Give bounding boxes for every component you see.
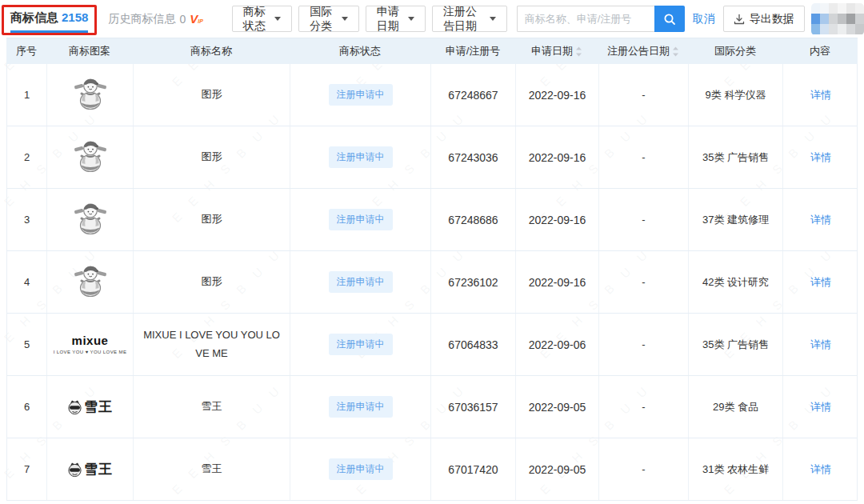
detail-link[interactable]: 详情 xyxy=(810,213,831,227)
table-row: 1 图形 注册申请中 67248667 2022-09-16 - 9类 科学仪器… xyxy=(6,64,858,126)
publication-date: - xyxy=(642,214,645,226)
trademark-table: 序号 商标图案 商标名称 商标状态 申请/注册号 申请日期 注册公告日期 国际分… xyxy=(6,38,858,501)
trademark-logo-cell: mixueI LOVE YOU ♥ YOU LOVE ME xyxy=(47,314,134,375)
trademark-name-cell: 图形 xyxy=(134,189,290,250)
row-index: 7 xyxy=(24,463,30,475)
header-publication-date[interactable]: 注册公告日期 xyxy=(598,38,688,64)
vip-icon: VIP xyxy=(190,13,203,25)
reg-number-cell: 67064833 xyxy=(431,314,516,375)
publication-date-cell: - xyxy=(599,438,689,500)
intl-class-cell: 35类 广告销售 xyxy=(689,314,783,375)
filter-label: 国际分类 xyxy=(310,5,334,34)
intl-class-cell: 35类 广告销售 xyxy=(689,126,783,188)
trademark-count: 2158 xyxy=(62,10,88,24)
mixue-logo: mixueI LOVE YOU ♥ YOU LOVE ME xyxy=(54,334,127,355)
detail-cell: 详情 xyxy=(783,64,858,126)
row-index: 1 xyxy=(24,89,30,101)
export-data-button[interactable]: 导出数据 xyxy=(723,6,805,32)
sort-icon[interactable] xyxy=(672,46,679,57)
tab-trademark-info[interactable]: 商标信息2158 xyxy=(10,10,88,33)
filter-intl-class[interactable]: 国际分类 xyxy=(298,6,358,32)
chevron-down-icon xyxy=(408,17,414,21)
intl-class-cell: 9类 科学仪器 xyxy=(689,64,783,126)
intl-class: 35类 广告销售 xyxy=(702,150,769,165)
application-date-cell: 2022-09-05 xyxy=(516,376,599,438)
trademark-name-cell: 图形 xyxy=(134,64,290,126)
detail-link[interactable]: 详情 xyxy=(810,400,831,414)
application-date: 2022-09-06 xyxy=(529,338,586,351)
trademark-logo xyxy=(74,263,107,301)
chevron-down-icon xyxy=(342,17,348,21)
header-content: 内容 xyxy=(782,38,858,64)
search-icon xyxy=(663,13,676,26)
table-row: 7 雪王 雪王 注册申请中 67017420 2022-09-05 - 31类 … xyxy=(6,438,858,501)
history-count: 0 xyxy=(179,13,186,26)
publication-date-cell: - xyxy=(599,64,689,126)
reg-number: 67017420 xyxy=(448,463,498,476)
tab-history-trademark-info[interactable]: 历史商标信息 0 VIP xyxy=(108,12,202,26)
user-account-redacted[interactable] xyxy=(811,3,864,35)
trademark-logo xyxy=(74,76,107,114)
application-date: 2022-09-05 xyxy=(529,463,586,476)
detail-link[interactable]: 详情 xyxy=(810,150,831,165)
application-date-cell: 2022-09-06 xyxy=(516,314,599,375)
intl-class: 31类 农林生鲜 xyxy=(702,462,769,477)
trademark-name: 图形 xyxy=(202,273,222,290)
intl-class: 9类 科学仪器 xyxy=(706,88,766,102)
status-badge: 注册申请中 xyxy=(329,458,393,480)
trademark-logo-cell: 雪王 xyxy=(47,438,134,500)
intl-class-cell: 42类 设计研究 xyxy=(689,251,783,313)
chevron-down-icon xyxy=(490,17,496,21)
intl-class-cell: 31类 农林生鲜 xyxy=(689,438,783,500)
trademark-name-cell: 图形 xyxy=(134,126,290,188)
header-status: 商标状态 xyxy=(290,38,430,64)
reg-number-cell: 67036157 xyxy=(431,376,516,438)
filter-label: 注册公告日期 xyxy=(443,5,482,34)
status-badge: 注册申请中 xyxy=(329,396,393,418)
annotation-highlight-box: 商标信息2158 xyxy=(2,5,97,35)
snow-king-head-icon xyxy=(67,462,82,478)
detail-link[interactable]: 详情 xyxy=(810,88,831,102)
filter-application-date[interactable]: 申请日期 xyxy=(366,6,426,32)
filter-label: 商标状态 xyxy=(243,5,267,34)
detail-link[interactable]: 详情 xyxy=(810,275,831,290)
trademark-logo-cell xyxy=(47,189,134,250)
export-label: 导出数据 xyxy=(750,12,794,26)
search-input[interactable] xyxy=(517,6,654,32)
row-index: 6 xyxy=(24,401,30,413)
filter-trademark-status[interactable]: 商标状态 xyxy=(232,6,292,32)
trademark-name-cell: MIXUE I LOVE YOU YOU LOVE ME xyxy=(134,314,290,375)
trademark-name: 图形 xyxy=(202,148,222,166)
snow-king-logo: 雪王 xyxy=(67,460,113,478)
trademark-name: 雪王 xyxy=(202,460,222,478)
reg-number-cell: 67248667 xyxy=(431,64,516,126)
status-badge: 注册申请中 xyxy=(329,334,393,355)
trademark-status-cell: 注册申请中 xyxy=(290,314,431,375)
reg-number: 67036157 xyxy=(448,401,498,414)
detail-cell: 详情 xyxy=(783,251,858,313)
row-index: 2 xyxy=(24,151,30,163)
reg-number-cell: 67248686 xyxy=(431,189,516,250)
trademark-name: 图形 xyxy=(202,210,222,228)
detail-cell: 详情 xyxy=(783,126,858,188)
publication-date: - xyxy=(642,89,645,101)
snowman-logo xyxy=(74,263,107,298)
detail-link[interactable]: 详情 xyxy=(810,462,831,477)
trademark-status-cell: 注册申请中 xyxy=(290,376,431,438)
sort-icon[interactable] xyxy=(575,46,582,57)
toolbar: 商标信息2158 历史商标信息 0 VIP 商标状态 国际分类 申请日期 注册公… xyxy=(0,0,864,38)
cancel-link[interactable]: 取消 xyxy=(693,12,715,26)
trademark-logo-cell xyxy=(47,126,134,188)
detail-link[interactable]: 详情 xyxy=(810,338,831,352)
detail-cell: 详情 xyxy=(783,438,858,500)
trademark-status-cell: 注册申请中 xyxy=(290,64,431,126)
search-button[interactable] xyxy=(654,6,685,32)
header-application-date[interactable]: 申请日期 xyxy=(515,38,598,64)
publication-date-cell: - xyxy=(599,251,689,313)
application-date: 2022-09-16 xyxy=(529,214,586,226)
table-body: 1 图形 注册申请中 67248667 2022-09-16 - 9类 科学仪器… xyxy=(6,64,858,501)
intl-class: 35类 广告销售 xyxy=(702,338,769,352)
intl-class-cell: 37类 建筑修理 xyxy=(689,189,783,250)
publication-date: - xyxy=(642,401,645,413)
filter-publication-date[interactable]: 注册公告日期 xyxy=(432,6,507,32)
